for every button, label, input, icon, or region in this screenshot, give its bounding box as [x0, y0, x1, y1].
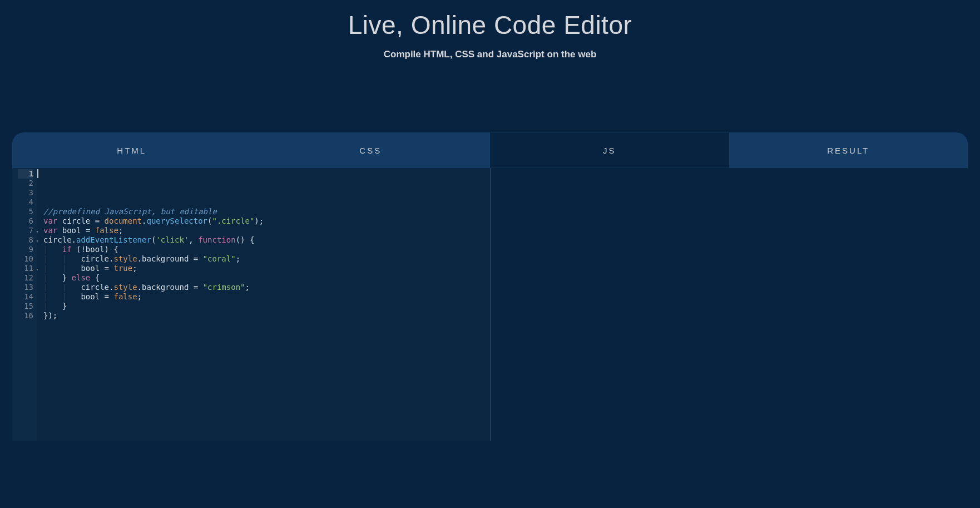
page-title: Live, Online Code Editor — [0, 10, 980, 40]
tab-css[interactable]: CSS — [251, 132, 491, 168]
code-editor[interactable]: 12345678910111213141516 //predefined Jav… — [12, 168, 490, 441]
tab-html[interactable]: HTML — [12, 132, 251, 168]
code-area[interactable]: //predefined JavaScript, but editablevar… — [37, 168, 490, 441]
line-number: 12 — [18, 273, 33, 283]
code-line[interactable]: //predefined JavaScript, but editable — [43, 207, 487, 216]
tab-bar: HTML CSS JS RESULT — [12, 132, 968, 168]
code-line[interactable]: | | bool = true; — [43, 264, 487, 273]
code-line[interactable]: | } — [43, 302, 487, 311]
line-number-gutter: 12345678910111213141516 — [12, 168, 37, 441]
line-number: 3 — [18, 188, 33, 198]
line-number: 5 — [18, 207, 33, 216]
result-pane — [490, 168, 968, 441]
editor-panel: HTML CSS JS RESULT 123456789101112131415… — [12, 132, 968, 441]
code-line[interactable]: | | circle.style.background = "coral"; — [43, 254, 487, 264]
code-line[interactable]: var bool = false; — [43, 226, 487, 235]
code-line[interactable]: | | circle.style.background = "crimson"; — [43, 283, 487, 292]
line-number: 9 — [18, 245, 33, 254]
line-number: 7 — [18, 226, 33, 235]
page-header: Live, Online Code Editor Compile HTML, C… — [0, 0, 980, 60]
code-line[interactable]: }); — [43, 311, 487, 320]
line-number: 11 — [18, 264, 33, 273]
editor-body: 12345678910111213141516 //predefined Jav… — [12, 168, 968, 441]
line-number: 10 — [18, 254, 33, 264]
line-number: 1 — [18, 169, 33, 179]
line-number: 4 — [18, 198, 33, 207]
code-line[interactable] — [43, 198, 487, 207]
line-number: 6 — [18, 216, 33, 226]
code-line[interactable]: | | bool = false; — [43, 292, 487, 302]
tab-js[interactable]: JS — [490, 132, 729, 168]
page-subtitle: Compile HTML, CSS and JavaScript on the … — [0, 49, 980, 60]
line-number: 15 — [18, 302, 33, 311]
code-line[interactable]: | if (!bool) { — [43, 245, 487, 254]
line-number: 13 — [18, 283, 33, 292]
code-line[interactable]: | } else { — [43, 273, 487, 283]
code-line[interactable]: var circle = document.querySelector(".ci… — [43, 216, 487, 226]
line-number: 8 — [18, 235, 33, 245]
code-line[interactable]: circle.addEventListener('click', functio… — [43, 235, 487, 245]
line-number: 2 — [18, 179, 33, 188]
tab-result[interactable]: RESULT — [729, 132, 968, 168]
text-cursor — [37, 169, 38, 178]
line-number: 16 — [18, 311, 33, 320]
line-number: 14 — [18, 292, 33, 302]
